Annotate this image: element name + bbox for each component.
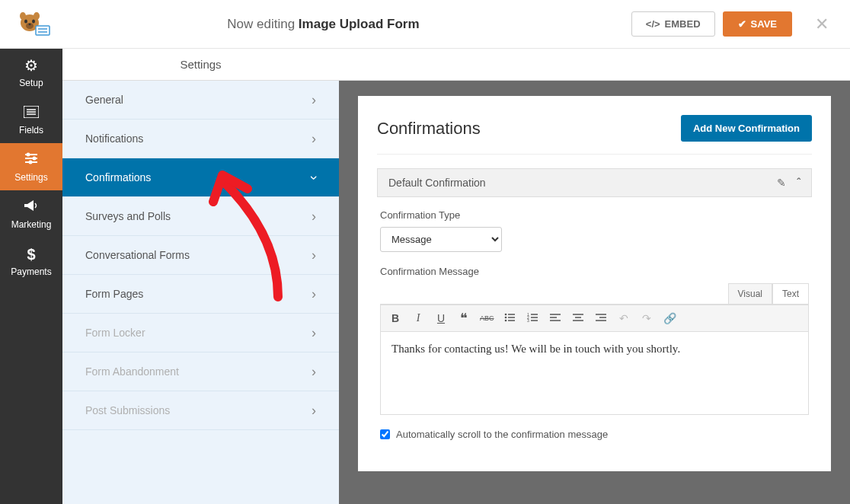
check-icon: ✔ — [738, 18, 746, 30]
embed-label: EMBED — [665, 18, 701, 30]
strike-icon[interactable]: ABC — [480, 314, 494, 322]
quote-icon[interactable]: ❝ — [457, 310, 471, 327]
confirmation-name: Default Confirmation — [388, 177, 486, 189]
sliders-icon — [24, 152, 39, 169]
bullet-list-icon[interactable] — [503, 312, 516, 324]
type-label: Confirmation Type — [380, 209, 809, 221]
tab-text[interactable]: Text — [772, 283, 809, 304]
sidebar-item-fields[interactable]: Fields — [0, 96, 62, 143]
svg-point-4 — [29, 23, 31, 24]
close-icon: ✕ — [815, 14, 829, 33]
svg-point-1 — [24, 19, 27, 23]
save-label: SAVE — [751, 18, 777, 30]
align-left-icon[interactable] — [548, 312, 562, 324]
italic-icon[interactable]: I — [411, 312, 425, 324]
main: ⚙ Setup Fields Settings Marketing $ Paym… — [0, 49, 850, 504]
collapse-icon[interactable]: ˆ — [797, 177, 800, 189]
sidebar-item-settings[interactable]: Settings — [0, 143, 62, 190]
subnav-title: Settings — [62, 49, 339, 81]
settings-subnav: Settings General› Notifications› Confirm… — [62, 49, 339, 504]
sidebar-label: Settings — [14, 172, 47, 183]
sidebar-label: Setup — [19, 78, 43, 88]
link-icon[interactable]: 🔗 — [663, 312, 676, 324]
chevron-right-icon: › — [312, 131, 316, 147]
confirmation-actions: ✎ ˆ — [777, 177, 800, 189]
auto-scroll-checkbox[interactable] — [380, 429, 390, 439]
svg-point-15 — [27, 152, 30, 156]
svg-text:3: 3 — [527, 318, 529, 322]
bullhorn-icon — [23, 199, 40, 216]
sidebar-item-payments[interactable]: $ Payments — [0, 238, 62, 285]
gear-icon: ⚙ — [24, 56, 38, 75]
svg-rect-7 — [36, 26, 50, 35]
list-icon — [24, 104, 39, 122]
sidebar-label: Payments — [11, 266, 51, 277]
subnav-item-notifications[interactable]: Notifications› — [62, 120, 339, 158]
confirmation-row-header[interactable]: Default Confirmation ✎ ˆ — [377, 168, 812, 197]
chevron-right-icon: › — [312, 364, 316, 380]
sidebar: ⚙ Setup Fields Settings Marketing $ Paym… — [0, 49, 62, 504]
align-center-icon[interactable] — [571, 312, 585, 324]
subnav-item-confirmations[interactable]: Confirmations› — [62, 158, 339, 197]
header-title: Now editing Image Upload Form — [15, 17, 631, 32]
subnav-item-conversational[interactable]: Conversational Forms› — [62, 236, 339, 275]
add-confirmation-button[interactable]: Add New Confirmation — [681, 115, 812, 142]
confirmations-panel: Confirmations Add New Confirmation Defau… — [358, 96, 831, 471]
svg-point-2 — [32, 19, 35, 23]
form-name: Image Upload Form — [299, 17, 420, 31]
app-logo — [8, 9, 56, 40]
svg-point-5 — [20, 12, 26, 20]
svg-point-19 — [29, 160, 33, 164]
content-header-strip — [339, 49, 850, 81]
chevron-right-icon: › — [312, 247, 316, 263]
svg-point-6 — [34, 12, 40, 20]
edit-icon[interactable]: ✎ — [777, 177, 786, 189]
chevron-right-icon: › — [312, 286, 316, 302]
panel-head: Confirmations Add New Confirmation — [377, 115, 812, 155]
editor-tabs: Visual Text — [380, 283, 809, 305]
svg-point-20 — [505, 314, 507, 316]
svg-point-24 — [505, 320, 507, 322]
dollar-icon: $ — [27, 246, 35, 263]
underline-icon[interactable]: U — [434, 312, 448, 324]
sidebar-label: Marketing — [11, 219, 52, 230]
header-actions: </> EMBED ✔ SAVE ✕ — [631, 11, 835, 37]
close-button[interactable]: ✕ — [809, 14, 835, 34]
app-header: Now editing Image Upload Form </> EMBED … — [0, 0, 850, 49]
svg-point-17 — [33, 156, 37, 160]
chevron-right-icon: › — [312, 325, 316, 341]
align-right-icon[interactable] — [594, 312, 608, 324]
subnav-item-formpages[interactable]: Form Pages› — [62, 275, 339, 314]
bold-icon[interactable]: B — [388, 312, 402, 324]
redo-icon[interactable]: ↷ — [640, 312, 653, 324]
confirmation-type-select[interactable]: Message — [380, 227, 502, 252]
auto-scroll-label: Automatically scroll to the confirmation… — [396, 429, 608, 440]
confirmation-message-editor[interactable]: Thanks for contacting us! We will be in … — [380, 331, 809, 415]
subnav-item-formabandonment[interactable]: Form Abandonment› — [62, 352, 339, 391]
message-label: Confirmation Message — [380, 266, 809, 277]
editing-prefix: Now editing — [227, 17, 295, 31]
sidebar-item-setup[interactable]: ⚙ Setup — [0, 49, 62, 96]
content-area: Confirmations Add New Confirmation Defau… — [339, 49, 850, 504]
embed-button[interactable]: </> EMBED — [631, 11, 715, 37]
number-list-icon[interactable]: 123 — [526, 312, 539, 324]
chevron-down-icon: › — [306, 175, 322, 180]
undo-icon[interactable]: ↶ — [617, 312, 631, 324]
sidebar-label: Fields — [19, 125, 43, 136]
subnav-item-postsubmissions[interactable]: Post Submissions› — [62, 391, 339, 430]
sidebar-item-marketing[interactable]: Marketing — [0, 190, 62, 238]
code-icon: </> — [646, 18, 660, 30]
subnav-item-formlocker[interactable]: Form Locker› — [62, 314, 339, 352]
subnav-item-surveys[interactable]: Surveys and Polls› — [62, 197, 339, 236]
svg-point-22 — [505, 317, 507, 319]
subnav-item-general[interactable]: General› — [62, 81, 339, 120]
chevron-right-icon: › — [312, 209, 316, 225]
chevron-right-icon: › — [312, 92, 316, 108]
confirmation-body: Confirmation Type Message Confirmation M… — [377, 197, 812, 452]
tab-visual[interactable]: Visual — [728, 283, 772, 304]
scroll-checkbox-row: Automatically scroll to the confirmation… — [380, 429, 809, 440]
chevron-right-icon: › — [312, 403, 316, 419]
panel-title: Confirmations — [377, 119, 481, 139]
save-button[interactable]: ✔ SAVE — [723, 11, 792, 37]
editor-toolbar: B I U ❝ ABC 123 — [380, 305, 809, 331]
